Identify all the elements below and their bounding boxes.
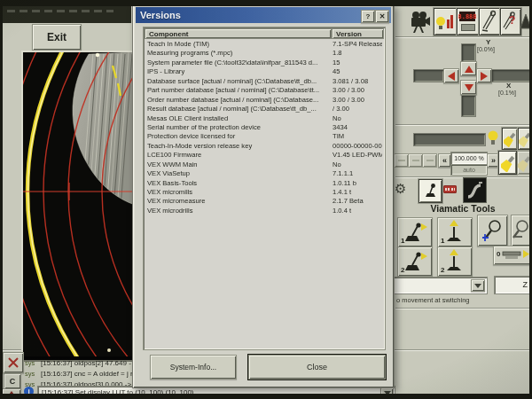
version-cell: No [332,160,382,170]
table-row[interactable]: Database surface [actual / nominal] (C:\… [145,77,384,86]
x-slider-track-right[interactable] [491,69,532,82]
versions-dialog: Versions ? ✕ Component Version Teach In … [132,4,395,388]
lamp-button-1[interactable] [502,128,518,150]
table-row[interactable]: VEX micromills1.4.1 t [145,188,384,197]
component-cell: Protection device licensed for [147,132,330,142]
help-question-mark: ? [509,14,515,27]
component-cell: Teach-In-Mode version release key [147,142,330,152]
lamp-button-3[interactable] [498,151,517,175]
table-row[interactable]: Order number database [actual / nominal]… [145,96,384,105]
tool-number: 0 [497,250,500,258]
table-row[interactable]: VEX ViaSetup7.1.1.1 [145,169,384,178]
component-column-header[interactable]: Component [145,28,332,39]
version-cell: TIM [332,132,382,142]
right-arrow-icon [481,72,488,81]
tool-sketch-button[interactable] [479,8,501,35]
table-row[interactable]: VEX micromeasure2.1.7 Beta [145,197,384,206]
x-slider-track-left[interactable] [413,69,444,82]
table-row[interactable]: LCE100 FirmwareV1.45 LED-PWM-Con... [145,151,384,160]
move-tool-1-button[interactable]: 1 [397,217,433,247]
dialog-close-x-button[interactable]: ✕ [375,10,389,23]
screen-photo: Exit [0,0,532,399]
axis-tool-2-button[interactable]: 2 [437,246,473,277]
close-label: Close [307,363,327,372]
table-row[interactable]: Mesas OLE Client installedNo [145,114,384,123]
joystick-icon [422,183,439,200]
table-row[interactable]: VEX microdrills1.0.4 t [145,207,384,215]
log-close-button[interactable] [3,352,24,373]
system-info-button[interactable]: System-Info... [150,355,237,379]
lamp-intensity-button[interactable] [434,8,458,35]
jog-down-button[interactable] [460,80,477,95]
component-cell: Database surface [actual / nominal] (C:\… [147,77,330,87]
component-cell: Serial number of the protection device [147,123,330,133]
led-display-button[interactable]: 8.888 [457,8,480,35]
exit-button[interactable]: Exit [32,24,82,51]
red-x-icon [7,356,20,369]
via-section-button[interactable] [463,177,487,203]
disabled-button-2[interactable] [408,153,423,168]
tool-help-button[interactable]: ? [500,8,521,35]
table-row[interactable]: System parameter file (C:\toolt32\data\i… [145,59,384,67]
bottom-glint [107,348,111,352]
camera-view[interactable] [23,52,135,356]
up-arrow-icon [465,66,473,73]
disabled-button-1[interactable] [394,153,409,168]
zoom-auto-button[interactable]: auto [450,164,488,176]
axis-tool-1-button[interactable]: 1 [437,217,473,247]
dialog-help-button[interactable]: ? [361,10,375,23]
move-tool-2-button[interactable]: 2 [397,246,433,277]
table-row[interactable]: Part number database [actual / nominal] … [145,86,384,95]
bezel-bottom [0,394,532,399]
gear-icon[interactable]: ⚙ [395,181,406,197]
zoom-prev-button[interactable]: « [438,153,451,168]
faint-menu-text [7,10,113,12]
table-row[interactable]: Serial number of the protection device34… [145,123,384,132]
zoom-value-display: 100.000 % [450,152,488,165]
joystick-button[interactable] [419,179,442,203]
camera-panel [21,51,140,362]
version-header-label: Version [336,30,362,38]
disabled-glyph [398,160,405,161]
y-slider-track-bottom[interactable] [461,95,476,117]
jog-divider [395,124,530,126]
z-position-field[interactable]: Z [494,276,532,294]
disabled-button-3[interactable] [422,153,437,168]
close-button[interactable]: Close [248,355,386,379]
checkbox-text: o movement at switching [396,296,470,304]
magnifier-plus-icon [482,219,504,242]
version-cell: 1.8 [332,49,382,59]
component-cell: Part number database [actual / nominal] … [147,86,330,96]
component-cell: Teach In Mode (TIM) [147,40,330,50]
jog-left-button[interactable] [443,68,459,83]
log-clear-button[interactable]: C [4,373,21,389]
combobox-dropdown-button[interactable] [471,279,485,292]
disabled-glyph [412,160,419,161]
table-row[interactable]: VEX WWM MainNo [145,160,384,169]
table-row[interactable]: Result database [actual / nominal] (C:\D… [145,105,384,113]
table-row[interactable]: Teach In Mode (TIM)7.1-SP4 Release [145,40,384,49]
tool-select-combobox[interactable] [393,277,488,294]
zoom-in-button[interactable] [477,215,508,246]
version-cell: V1.45 LED-PWM-Con... [332,151,382,160]
jog-up-button[interactable] [460,61,477,76]
table-row[interactable]: IPS - Library45 [145,67,384,76]
version-cell: 3.00 / 3.00 [332,86,382,96]
next-chevrons: » [491,156,496,165]
table-row[interactable]: Protection device licensed forTIM [145,132,384,141]
caliper-tool-button[interactable]: 0 [493,246,532,265]
auto-label: auto [463,167,475,173]
version-cell: / 3.00 [332,105,382,114]
table-row[interactable]: Measuring programs (*.mpc)1.8 [145,49,384,58]
jog-right-button[interactable] [476,68,492,83]
dialog-titlebar[interactable]: Versions [136,7,391,23]
version-cell: 3434 [332,123,382,133]
table-row[interactable]: Teach-In-Mode version release key00000-0… [145,142,384,151]
table-row[interactable]: VEX Basis-Tools1.0.11 b [145,179,384,188]
light-slider-track[interactable] [413,133,486,146]
lightbulb-icon [486,129,500,147]
version-column-header[interactable]: Version [332,28,384,39]
movie-camera-icon[interactable] [409,9,432,34]
y-slider-track-top[interactable] [461,43,476,62]
version-cell: 1.0.4 t [332,207,382,216]
